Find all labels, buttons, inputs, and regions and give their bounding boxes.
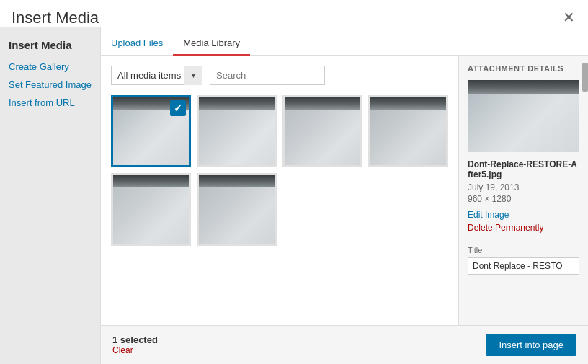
media-item[interactable] bbox=[111, 173, 191, 245]
tab-media-library[interactable]: Media Library bbox=[173, 32, 250, 56]
insert-media-modal: Insert Media ✕ Insert Media Create Galle… bbox=[0, 0, 588, 364]
sidebar-item-insert-url[interactable]: Insert from URL bbox=[9, 97, 92, 108]
modal-header: Insert Media ✕ bbox=[0, 0, 588, 27]
media-thumbnail bbox=[285, 97, 360, 165]
title-field-label: Title bbox=[468, 246, 579, 254]
content-area: All media items Images Audio Video ▼ bbox=[101, 56, 588, 325]
modal-footer: 1 selected Clear Insert into page bbox=[101, 325, 588, 364]
selected-count: 1 selected bbox=[112, 334, 158, 345]
media-filter-select[interactable]: All media items Images Audio Video bbox=[111, 66, 202, 85]
image-strip bbox=[370, 97, 446, 110]
tabs-bar: Upload Files Media Library bbox=[101, 32, 588, 56]
image-strip bbox=[199, 175, 275, 187]
media-thumbnail bbox=[199, 97, 275, 165]
sidebar: Insert Media Create Gallery Set Featured… bbox=[0, 27, 101, 364]
toolbar: All media items Images Audio Video ▼ bbox=[111, 66, 448, 85]
media-item[interactable] bbox=[282, 95, 362, 167]
scrollbar-thumb bbox=[582, 63, 588, 92]
image-strip bbox=[285, 97, 360, 110]
insert-into-page-button[interactable]: Insert into page bbox=[486, 334, 576, 356]
title-field-input[interactable] bbox=[468, 257, 579, 275]
delete-permanently-link[interactable]: Delete Permanently bbox=[468, 223, 579, 233]
attachment-thumb-strip bbox=[468, 80, 579, 94]
attachment-details-panel: ATTACHMENT DETAILS Dont-Replace-RESTORE-… bbox=[458, 56, 588, 325]
sidebar-title: Insert Media bbox=[9, 39, 92, 51]
sidebar-item-set-featured[interactable]: Set Featured Image bbox=[9, 79, 92, 90]
attachment-dimensions: 960 × 1280 bbox=[468, 194, 579, 204]
selected-check-icon: ✓ bbox=[170, 100, 186, 116]
attachment-filename: Dont-Replace-RESTORE-After5.jpg bbox=[468, 159, 579, 179]
media-item[interactable] bbox=[368, 95, 448, 167]
media-item[interactable] bbox=[197, 173, 277, 245]
media-grid: ✓ bbox=[111, 95, 448, 246]
media-item[interactable] bbox=[197, 95, 277, 167]
attachment-date: July 19, 2013 bbox=[468, 182, 579, 192]
close-button[interactable]: ✕ bbox=[560, 7, 578, 27]
modal-title: Insert Media bbox=[12, 9, 99, 27]
attachment-details-heading: ATTACHMENT DETAILS bbox=[468, 64, 579, 73]
media-thumbnail bbox=[370, 97, 446, 165]
image-strip bbox=[199, 97, 275, 110]
footer-info: 1 selected Clear bbox=[112, 334, 158, 355]
attachment-thumbnail bbox=[468, 80, 579, 152]
media-item[interactable]: ✓ bbox=[111, 95, 191, 167]
image-strip bbox=[113, 175, 189, 187]
edit-image-link[interactable]: Edit Image bbox=[468, 210, 579, 220]
media-grid-area: All media items Images Audio Video ▼ bbox=[101, 56, 458, 325]
main-panel: Upload Files Media Library All media ite… bbox=[101, 27, 588, 364]
sidebar-item-create-gallery[interactable]: Create Gallery bbox=[9, 61, 92, 72]
tab-upload-files[interactable]: Upload Files bbox=[101, 32, 173, 56]
media-thumbnail bbox=[113, 175, 189, 243]
media-thumbnail bbox=[199, 175, 275, 243]
media-filter-wrapper: All media items Images Audio Video ▼ bbox=[111, 66, 202, 85]
search-input[interactable] bbox=[210, 66, 325, 85]
modal-body: Insert Media Create Gallery Set Featured… bbox=[0, 27, 588, 364]
clear-selection-link[interactable]: Clear bbox=[112, 345, 158, 355]
